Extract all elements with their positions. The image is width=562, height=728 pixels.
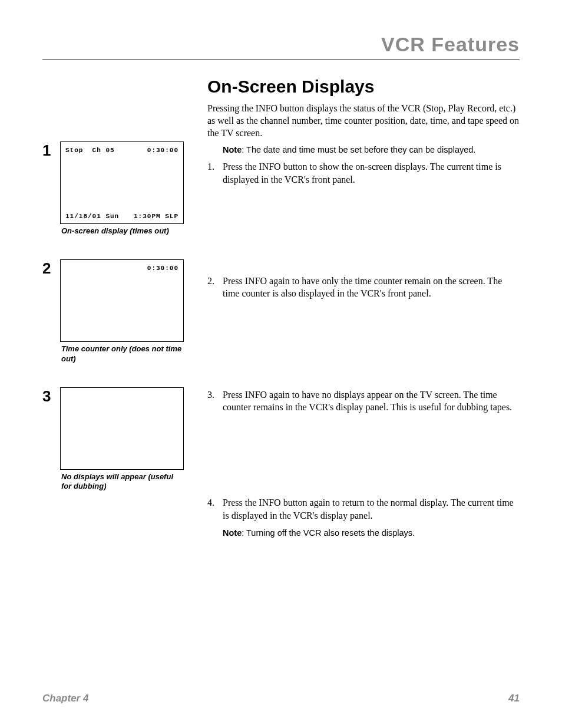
osd-time-counter: 0:30:00 [147, 265, 178, 272]
note-text: : The date and time must be set before t… [242, 145, 475, 154]
osd-display-full: Stop Ch 05 0:30:00 11/18/01 Sun 1:30PM S… [60, 141, 184, 224]
osd-time-counter: 0:30:00 [147, 147, 178, 154]
steps-list: 1. Press the INFO button to show the on-… [207, 160, 520, 539]
figure-caption: On-screen display (times out) [60, 226, 184, 236]
figure-block-2: 2 0:30:00 Time counter only (does not ti… [42, 259, 207, 364]
note-label: Note [223, 528, 242, 538]
page: VCR Features 1 Stop Ch 05 0:30:00 11/18/… [0, 0, 562, 728]
footer-page-number: 41 [508, 693, 520, 704]
step-3: 3. Press INFO again to have no displays … [207, 388, 520, 414]
header-title: VCR Features [381, 33, 520, 55]
step-number: 1. [207, 160, 223, 186]
section-title: On-Screen Displays [207, 77, 520, 97]
step-number: 3. [207, 388, 223, 414]
osd-display-empty [60, 387, 184, 470]
figure-wrap: 0:30:00 Time counter only (does not time… [60, 259, 184, 364]
step-text: Press the INFO button again to return to… [223, 498, 514, 521]
figure-number: 3 [42, 387, 60, 492]
step-note: Note: Turning off the VCR also resets th… [223, 528, 520, 539]
osd-clock-speed: 1:30PM SLP [134, 213, 178, 220]
figure-wrap: Stop Ch 05 0:30:00 11/18/01 Sun 1:30PM S… [60, 141, 184, 236]
figures-column: 1 Stop Ch 05 0:30:00 11/18/01 Sun 1:30PM… [42, 77, 207, 678]
osd-display-counter-only: 0:30:00 [60, 259, 184, 342]
note-text: : Turning off the VCR also resets the di… [242, 528, 415, 538]
figure-number: 2 [42, 259, 60, 364]
page-footer: Chapter 4 41 [42, 678, 520, 704]
step-1: 1. Press the INFO button to show the on-… [207, 160, 520, 186]
step-number: 4. [207, 496, 223, 539]
content-area: 1 Stop Ch 05 0:30:00 11/18/01 Sun 1:30PM… [42, 77, 520, 678]
figure-caption: Time counter only (does not time out) [60, 344, 184, 364]
section-note: Note: The date and time must be set befo… [223, 145, 520, 154]
step-text: Press the INFO button to show the on-scr… [223, 160, 520, 186]
figure-block-3: 3 No displays will appear (useful for du… [42, 387, 207, 492]
osd-date: 11/18/01 Sun [65, 213, 119, 220]
step-text: Press INFO again to have only the time c… [223, 275, 520, 300]
step-4: 4. Press the INFO button again to return… [207, 496, 520, 539]
step-2: 2. Press INFO again to have only the tim… [207, 275, 520, 300]
text-column: On-Screen Displays Pressing the INFO but… [207, 77, 520, 678]
figure-block-1: 1 Stop Ch 05 0:30:00 11/18/01 Sun 1:30PM… [42, 141, 207, 236]
footer-chapter: Chapter 4 [42, 693, 88, 704]
note-label: Note [223, 145, 242, 154]
step-body: Press the INFO button again to return to… [223, 496, 520, 539]
osd-status-channel: Stop Ch 05 [65, 147, 115, 154]
section-intro: Pressing the INFO button displays the st… [207, 103, 520, 139]
figure-number: 1 [42, 141, 60, 236]
figure-caption: No displays will appear (useful for dubb… [60, 472, 184, 492]
step-number: 2. [207, 275, 223, 300]
page-header: VCR Features [42, 33, 520, 60]
step-text: Press INFO again to have no displays app… [223, 388, 520, 414]
figure-wrap: No displays will appear (useful for dubb… [60, 387, 184, 492]
